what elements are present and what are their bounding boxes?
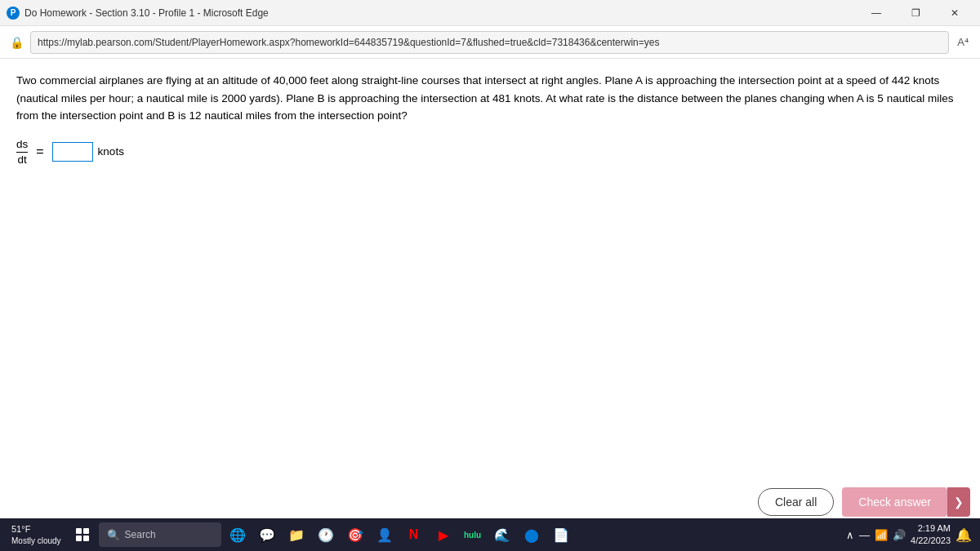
taskbar-search[interactable]: 🔍 xyxy=(99,522,221,547)
close-button[interactable]: ✕ xyxy=(936,0,973,26)
window-title: Do Homework - Section 3.10 - Profile 1 -… xyxy=(24,7,269,19)
search-icon: 🔍 xyxy=(107,529,120,541)
taskbar-circle-icon[interactable]: ⬤ xyxy=(519,522,545,548)
tray-caret-icon[interactable]: ∧ xyxy=(844,527,856,543)
title-bar: P Do Homework - Section 3.10 - Profile 1… xyxy=(0,0,980,26)
bottom-buttons: Clear all Check answer ❯ xyxy=(758,487,970,517)
answer-row: ds dt = knots xyxy=(16,138,964,167)
current-time: 2:19 AM xyxy=(911,522,951,535)
taskbar-doc-icon[interactable]: 📄 xyxy=(548,522,574,548)
current-date: 4/22/2023 xyxy=(911,535,951,547)
equals-sign: = xyxy=(36,142,43,162)
windows-icon xyxy=(76,528,89,541)
browser-icon: P xyxy=(7,7,20,20)
check-answer-group: Check answer ❯ xyxy=(842,487,970,517)
address-bar: 🔒 A⁴ xyxy=(0,26,980,59)
taskbar-app-icons: 🌐 💬 📁 🕐 🎯 👤 N ▶ hulu 🌊 ⬤ 📄 xyxy=(225,522,841,548)
taskbar-target-icon[interactable]: 🎯 xyxy=(342,522,368,548)
tray-minus-icon[interactable]: — xyxy=(858,527,871,543)
fraction-numerator: ds xyxy=(16,138,28,151)
start-button[interactable] xyxy=(69,522,96,548)
clear-all-button[interactable]: Clear all xyxy=(758,488,834,516)
tray-wifi-icon[interactable]: 📶 xyxy=(873,527,889,543)
fraction-denominator: dt xyxy=(18,153,27,167)
check-answer-button[interactable]: Check answer xyxy=(842,487,947,517)
main-content: Two commercial airplanes are flying at a… xyxy=(0,59,980,518)
reader-mode[interactable]: A⁴ xyxy=(952,36,973,48)
problem-text: Two commercial airplanes are flying at a… xyxy=(16,72,964,125)
taskbar-clock-icon[interactable]: 🕐 xyxy=(313,522,339,548)
taskbar-hulu-icon[interactable]: hulu xyxy=(460,522,486,548)
window-controls[interactable]: — ❐ ✕ xyxy=(858,0,973,26)
taskbar-globe-icon[interactable]: 🌐 xyxy=(225,522,251,548)
title-bar-left: P Do Homework - Section 3.10 - Profile 1… xyxy=(7,7,269,20)
search-input[interactable] xyxy=(125,529,207,540)
taskbar-youtube-icon[interactable]: ▶ xyxy=(430,522,457,548)
clock-widget[interactable]: 2:19 AM 4/22/2023 xyxy=(911,522,951,548)
taskbar: 51°F Mostly cloudy 🔍 🌐 💬 📁 🕐 🎯 👤 N ▶ hul… xyxy=(0,518,980,551)
minimize-button[interactable]: — xyxy=(858,0,895,26)
knots-label: knots xyxy=(98,144,124,160)
restore-button[interactable]: ❐ xyxy=(897,0,934,26)
taskbar-netflix-icon[interactable]: N xyxy=(401,522,427,548)
taskbar-right: ∧ — 📶 🔊 2:19 AM 4/22/2023 🔔 xyxy=(844,522,973,548)
url-input[interactable] xyxy=(30,31,949,54)
taskbar-mail-icon[interactable]: 💬 xyxy=(254,522,280,548)
taskbar-profile-icon[interactable]: 👤 xyxy=(372,522,398,548)
taskbar-weather: 51°F Mostly cloudy xyxy=(7,523,66,545)
taskbar-edge-icon[interactable]: 🌊 xyxy=(489,522,515,548)
check-answer-chevron[interactable]: ❯ xyxy=(947,487,970,517)
tray-volume-icon[interactable]: 🔊 xyxy=(891,527,907,543)
lock-icon: 🔒 xyxy=(7,36,27,49)
derivative-fraction: ds dt xyxy=(16,138,28,167)
notification-icon[interactable]: 🔔 xyxy=(954,526,973,544)
answer-input[interactable] xyxy=(52,142,93,162)
weather-condition: Mostly cloudy xyxy=(11,535,61,546)
taskbar-explorer-icon[interactable]: 📁 xyxy=(283,522,310,548)
fraction-line xyxy=(16,152,28,153)
system-tray: ∧ — 📶 🔊 xyxy=(844,527,907,543)
temperature: 51°F xyxy=(11,523,61,535)
